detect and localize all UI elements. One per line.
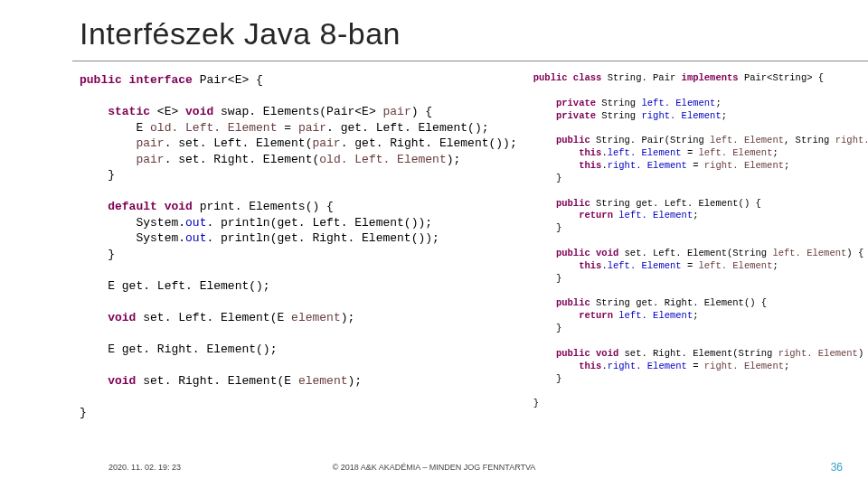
footer-copyright: © 2018 A&K AKADÉMIA – MINDEN JOG FENNTAR… xyxy=(333,463,536,472)
title-rule xyxy=(72,61,868,61)
code-left: public interface Pair<E> { static <E> vo… xyxy=(80,72,517,421)
code-right-col: public class String. Pair implements Pai… xyxy=(533,72,868,421)
slide: Interfészek Java 8-ban public interface … xyxy=(0,0,868,488)
footer-page: 36 xyxy=(831,461,843,474)
footer: 2020. 11. 02. 19: 23 © 2018 A&K AKADÉMIA… xyxy=(0,459,868,475)
code-right: public class String. Pair implements Pai… xyxy=(533,72,868,410)
footer-timestamp: 2020. 11. 02. 19: 23 xyxy=(108,463,181,472)
slide-title: Interfészek Java 8-ban xyxy=(80,16,834,52)
code-columns: public interface Pair<E> { static <E> vo… xyxy=(80,72,834,421)
code-left-col: public interface Pair<E> { static <E> vo… xyxy=(80,72,517,421)
